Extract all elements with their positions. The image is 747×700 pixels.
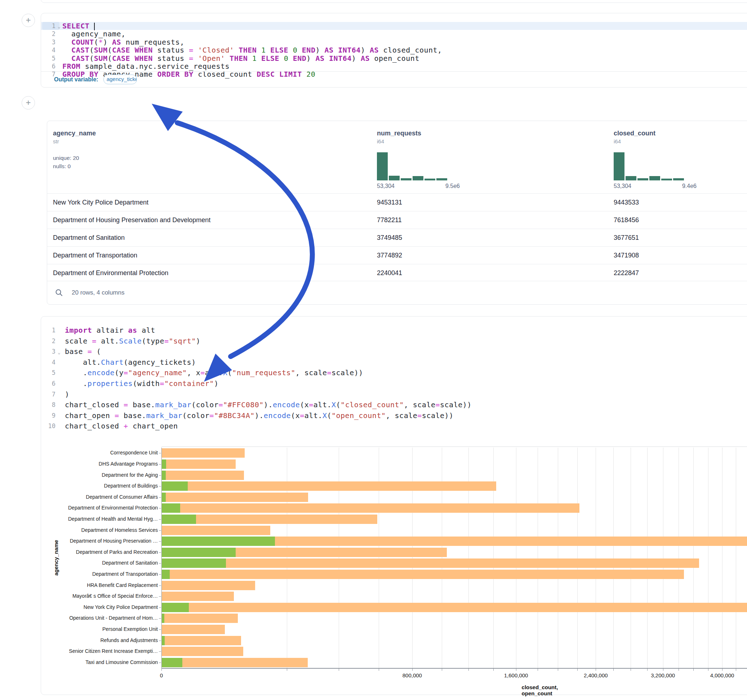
code-line[interactable]: 3⌄base = (: [41, 346, 747, 357]
python-code-editor[interactable]: 1import altair as alt2scale = alt.Scale(…: [41, 325, 747, 432]
table-row[interactable]: Department of Environmental Protection22…: [47, 264, 747, 282]
table-row[interactable]: Department of Sanitation37494853677651: [47, 229, 747, 246]
code-token: WHEN: [135, 46, 153, 54]
y-axis-tick: [159, 618, 161, 619]
code-line[interactable]: 5 CAST(SUM(CASE WHEN status = 'Open' THE…: [41, 54, 747, 62]
bar-open-count: [162, 558, 226, 568]
bar-closed-count: [162, 481, 496, 491]
bar-open-count: [162, 658, 182, 667]
code-line[interactable]: 6 .properties(width="container"): [41, 379, 747, 389]
code-token: INT64: [338, 46, 361, 54]
code-line[interactable]: 2 agency_name,: [41, 30, 747, 38]
code-token: (: [94, 38, 99, 47]
code-line[interactable]: 8chart_closed = base.mark_bar(color="#FF…: [41, 400, 747, 410]
line-number: 4: [41, 357, 56, 368]
bar-open-count: [162, 459, 166, 469]
cell-count: 9453131: [377, 199, 402, 206]
code-line[interactable]: 2scale = alt.Scale(type="sqrt"): [41, 336, 747, 347]
histogram-bar: [649, 176, 660, 180]
code-line[interactable]: 7): [41, 389, 747, 400]
column-header[interactable]: closed_counti64: [614, 130, 708, 144]
column-histogram: [377, 152, 447, 180]
code-token: THEN: [230, 54, 248, 63]
code-token: [279, 54, 284, 63]
bar-closed-count: [162, 603, 747, 612]
table-row[interactable]: Department of Transportation377489234719…: [47, 246, 747, 264]
dataframe-footer: 20 rows, 4 columns: [47, 281, 747, 304]
code-line[interactable]: 1import altair as alt: [41, 325, 747, 336]
code-token: ).: [264, 400, 273, 409]
sql-code-editor[interactable]: 1⌄SELECT 2 agency_name,3 COUNT(*) AS num…: [41, 22, 747, 78]
code-line[interactable]: 4 CAST(SUM(CASE WHEN status = 'Closed' T…: [41, 46, 747, 54]
code-token: [248, 54, 252, 63]
code-line[interactable]: 4 alt.Chart(agency_tickets): [41, 357, 747, 368]
histogram-bar: [673, 178, 684, 180]
code-token: status: [153, 46, 189, 54]
code-token: scale)): [422, 411, 454, 420]
code-token: (y: [115, 368, 124, 377]
code-token: scale: [65, 337, 92, 345]
cell-agency-name: Department of Housing Preservation and D…: [53, 216, 210, 224]
column-header[interactable]: agency_namestrunique: 20nulls: 0: [53, 130, 147, 170]
column-header[interactable]: num_requestsi64: [377, 130, 470, 144]
code-token: (: [89, 54, 94, 63]
x-axis-tick-label: 3,200,000: [651, 672, 675, 678]
code-token: ): [306, 54, 315, 63]
search-icon[interactable]: [55, 289, 63, 297]
code-token: COUNT: [71, 38, 94, 47]
chart-gridline: [469, 448, 469, 668]
add-cell-button-top[interactable]: +: [22, 14, 35, 27]
fold-chevron-icon[interactable]: ⌄: [57, 23, 60, 31]
cell-count: 2240041: [377, 269, 402, 277]
code-token: chart_closed: [65, 400, 124, 409]
y-axis-label: Refunds and Adjustments: [43, 637, 158, 643]
code-line[interactable]: 1⌄SELECT: [41, 22, 747, 30]
code-token: 0: [293, 46, 298, 54]
code-token: =: [124, 400, 128, 409]
code-token: "sqrt": [169, 337, 196, 345]
bar-closed-count: [162, 625, 225, 634]
line-number: 5: [41, 54, 56, 62]
code-line[interactable]: 6FROM sample_data.nyc.service_requests: [41, 62, 747, 70]
y-axis-label: Department of Health and Mental Hyg…: [43, 516, 158, 522]
x-axis-tick: [287, 669, 287, 671]
bar-open-count: [162, 503, 180, 513]
y-axis-label: Department of Homeless Services: [43, 527, 158, 533]
code-line[interactable]: 3 COUNT(*) AS num_requests,: [41, 38, 747, 46]
code-token: Chart: [101, 358, 124, 367]
y-axis-label: Department of Environmental Protection: [43, 505, 158, 511]
code-token: open_count: [370, 54, 419, 63]
table-row[interactable]: New York City Police Department945313194…: [47, 193, 747, 211]
line-number: 3: [41, 346, 56, 357]
code-token: =: [218, 400, 223, 409]
code-token: import: [65, 326, 92, 335]
chart-gridline: [613, 448, 614, 668]
histogram-bar: [661, 179, 672, 180]
histogram-range-labels: 53,3049.4e6: [614, 183, 697, 189]
code-token: , scale: [386, 411, 417, 420]
code-line[interactable]: 10chart_closed + chart_open: [41, 421, 747, 432]
line-number: 3: [41, 38, 56, 46]
x-axis-tick: [647, 669, 647, 671]
code-token: SUM: [94, 54, 108, 63]
code-line[interactable]: 5 .encode(y="agency_name", x=alt.X("num_…: [41, 368, 747, 379]
cell-count: 2222847: [614, 269, 639, 277]
y-axis-tick: [159, 596, 161, 597]
output-variable-pill[interactable]: agency_tickets: [103, 74, 137, 84]
x-axis-tick: [379, 669, 379, 671]
code-token: INT64: [329, 54, 352, 63]
code-token: CASE: [112, 46, 130, 54]
add-cell-button-middle[interactable]: +: [22, 96, 35, 109]
code-token: .: [65, 379, 88, 388]
code-line[interactable]: 9chart_open = base.mark_bar(color="#8BC3…: [41, 410, 747, 421]
x-axis-tick: [538, 669, 538, 671]
code-token: "open_count": [331, 411, 386, 420]
fold-chevron-icon[interactable]: ⌄: [57, 347, 60, 358]
dataframe-header: agency_namestrunique: 20nulls: 0num_requ…: [47, 121, 747, 193]
code-token: 1: [261, 46, 266, 54]
code-token: alt.: [97, 337, 119, 345]
column-name: closed_count: [614, 130, 708, 137]
code-token: AS: [325, 46, 334, 54]
table-row[interactable]: Department of Housing Preservation and D…: [47, 211, 747, 229]
code-token: base.: [128, 400, 155, 409]
